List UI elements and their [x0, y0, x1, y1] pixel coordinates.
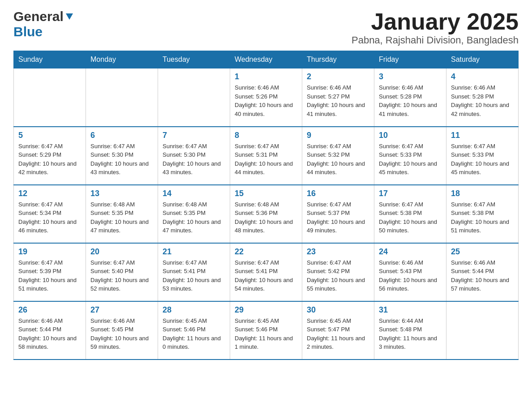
logo-triangle-icon — [64, 12, 74, 21]
weekday-header-tuesday: Tuesday — [158, 51, 230, 68]
calendar-cell: 9Sunrise: 6:47 AM Sunset: 5:32 PM Daylig… — [302, 127, 374, 185]
day-number: 19 — [18, 247, 81, 257]
weekday-header-row: SundayMondayTuesdayWednesdayThursdayFrid… — [14, 51, 519, 68]
day-number: 7 — [163, 131, 225, 140]
calendar-cell: 21Sunrise: 6:47 AM Sunset: 5:41 PM Dayli… — [158, 243, 230, 301]
day-info: Sunrise: 6:48 AM Sunset: 5:35 PM Dayligh… — [90, 200, 153, 235]
day-info: Sunrise: 6:47 AM Sunset: 5:33 PM Dayligh… — [451, 142, 514, 177]
day-number: 17 — [379, 189, 442, 198]
weekday-header-friday: Friday — [374, 51, 446, 68]
day-number: 2 — [307, 72, 369, 81]
day-number: 28 — [163, 305, 225, 315]
calendar-week-2: 5Sunrise: 6:47 AM Sunset: 5:29 PM Daylig… — [14, 127, 519, 185]
calendar-cell: 4Sunrise: 6:46 AM Sunset: 5:28 PM Daylig… — [446, 68, 519, 127]
calendar-cell: 13Sunrise: 6:48 AM Sunset: 5:35 PM Dayli… — [86, 185, 158, 243]
calendar-cell: 3Sunrise: 6:46 AM Sunset: 5:28 PM Daylig… — [374, 68, 446, 127]
calendar-week-4: 19Sunrise: 6:47 AM Sunset: 5:39 PM Dayli… — [14, 243, 519, 301]
calendar-cell: 11Sunrise: 6:47 AM Sunset: 5:33 PM Dayli… — [446, 127, 519, 185]
day-number: 6 — [90, 131, 153, 140]
day-number: 21 — [163, 247, 225, 257]
calendar-cell: 29Sunrise: 6:45 AM Sunset: 5:46 PM Dayli… — [230, 301, 302, 360]
calendar-week-5: 26Sunrise: 6:46 AM Sunset: 5:44 PM Dayli… — [14, 301, 519, 360]
calendar-body: 1Sunrise: 6:46 AM Sunset: 5:26 PM Daylig… — [14, 68, 519, 360]
calendar-cell: 1Sunrise: 6:46 AM Sunset: 5:26 PM Daylig… — [230, 68, 302, 127]
day-info: Sunrise: 6:45 AM Sunset: 5:47 PM Dayligh… — [307, 317, 369, 351]
day-number: 12 — [18, 189, 81, 198]
day-info: Sunrise: 6:47 AM Sunset: 5:38 PM Dayligh… — [379, 200, 442, 235]
day-number: 15 — [235, 189, 297, 198]
day-info: Sunrise: 6:46 AM Sunset: 5:28 PM Dayligh… — [379, 83, 442, 118]
calendar-cell: 23Sunrise: 6:47 AM Sunset: 5:42 PM Dayli… — [302, 243, 374, 301]
calendar-cell: 16Sunrise: 6:47 AM Sunset: 5:37 PM Dayli… — [302, 185, 374, 243]
day-info: Sunrise: 6:47 AM Sunset: 5:30 PM Dayligh… — [163, 142, 225, 177]
day-info: Sunrise: 6:47 AM Sunset: 5:34 PM Dayligh… — [18, 200, 81, 235]
day-info: Sunrise: 6:46 AM Sunset: 5:43 PM Dayligh… — [379, 258, 442, 293]
day-info: Sunrise: 6:46 AM Sunset: 5:45 PM Dayligh… — [90, 317, 153, 351]
weekday-header-sunday: Sunday — [14, 51, 86, 68]
calendar-week-3: 12Sunrise: 6:47 AM Sunset: 5:34 PM Dayli… — [14, 185, 519, 243]
logo: General Blue — [13, 9, 75, 39]
logo-general: General — [13, 9, 64, 24]
day-info: Sunrise: 6:47 AM Sunset: 5:30 PM Dayligh… — [90, 142, 153, 177]
calendar-cell: 30Sunrise: 6:45 AM Sunset: 5:47 PM Dayli… — [302, 301, 374, 360]
calendar-cell: 24Sunrise: 6:46 AM Sunset: 5:43 PM Dayli… — [374, 243, 446, 301]
calendar-cell: 8Sunrise: 6:47 AM Sunset: 5:31 PM Daylig… — [230, 127, 302, 185]
day-number: 1 — [235, 72, 297, 81]
day-info: Sunrise: 6:44 AM Sunset: 5:48 PM Dayligh… — [379, 317, 442, 351]
day-number: 25 — [451, 247, 514, 257]
day-number: 20 — [90, 247, 153, 257]
day-number: 24 — [379, 247, 442, 257]
day-number: 26 — [18, 305, 81, 315]
day-number: 4 — [451, 72, 514, 81]
calendar-cell: 20Sunrise: 6:47 AM Sunset: 5:40 PM Dayli… — [86, 243, 158, 301]
day-info: Sunrise: 6:47 AM Sunset: 5:40 PM Dayligh… — [90, 258, 153, 293]
day-info: Sunrise: 6:47 AM Sunset: 5:41 PM Dayligh… — [163, 258, 225, 293]
calendar-cell: 2Sunrise: 6:46 AM Sunset: 5:27 PM Daylig… — [302, 68, 374, 127]
calendar-cell: 12Sunrise: 6:47 AM Sunset: 5:34 PM Dayli… — [14, 185, 86, 243]
calendar-header: SundayMondayTuesdayWednesdayThursdayFrid… — [14, 51, 519, 68]
calendar-week-1: 1Sunrise: 6:46 AM Sunset: 5:26 PM Daylig… — [14, 68, 519, 127]
weekday-header-monday: Monday — [86, 51, 158, 68]
day-number: 18 — [451, 189, 514, 198]
day-info: Sunrise: 6:47 AM Sunset: 5:31 PM Dayligh… — [235, 142, 297, 177]
day-number: 8 — [235, 131, 297, 140]
calendar-cell: 22Sunrise: 6:47 AM Sunset: 5:41 PM Dayli… — [230, 243, 302, 301]
day-info: Sunrise: 6:48 AM Sunset: 5:35 PM Dayligh… — [163, 200, 225, 235]
svg-marker-0 — [66, 13, 73, 20]
day-info: Sunrise: 6:48 AM Sunset: 5:36 PM Dayligh… — [235, 200, 297, 235]
calendar-cell: 26Sunrise: 6:46 AM Sunset: 5:44 PM Dayli… — [14, 301, 86, 360]
day-info: Sunrise: 6:46 AM Sunset: 5:28 PM Dayligh… — [451, 83, 514, 118]
calendar-cell: 28Sunrise: 6:45 AM Sunset: 5:46 PM Dayli… — [158, 301, 230, 360]
day-number: 31 — [379, 305, 442, 315]
logo-blue: Blue — [13, 24, 43, 39]
title-block: January 2025 Pabna, Rajshahi Division, B… — [352, 9, 519, 46]
calendar-cell: 27Sunrise: 6:46 AM Sunset: 5:45 PM Dayli… — [86, 301, 158, 360]
day-number: 23 — [307, 247, 369, 257]
weekday-header-thursday: Thursday — [302, 51, 374, 68]
calendar-cell: 7Sunrise: 6:47 AM Sunset: 5:30 PM Daylig… — [158, 127, 230, 185]
calendar-cell — [158, 68, 230, 127]
day-number: 27 — [90, 305, 153, 315]
day-info: Sunrise: 6:46 AM Sunset: 5:26 PM Dayligh… — [235, 83, 297, 118]
day-number: 10 — [379, 131, 442, 140]
calendar-table: SundayMondayTuesdayWednesdayThursdayFrid… — [13, 51, 519, 360]
calendar-cell: 31Sunrise: 6:44 AM Sunset: 5:48 PM Dayli… — [374, 301, 446, 360]
day-number: 16 — [307, 189, 369, 198]
calendar-cell: 5Sunrise: 6:47 AM Sunset: 5:29 PM Daylig… — [14, 127, 86, 185]
day-info: Sunrise: 6:47 AM Sunset: 5:39 PM Dayligh… — [18, 258, 81, 293]
day-info: Sunrise: 6:46 AM Sunset: 5:27 PM Dayligh… — [307, 83, 369, 118]
day-info: Sunrise: 6:47 AM Sunset: 5:38 PM Dayligh… — [451, 200, 514, 235]
day-info: Sunrise: 6:47 AM Sunset: 5:29 PM Dayligh… — [18, 142, 81, 177]
day-number: 3 — [379, 72, 442, 81]
day-number: 22 — [235, 247, 297, 257]
day-number: 5 — [18, 131, 81, 140]
day-number: 13 — [90, 189, 153, 198]
page-header: General Blue January 2025 Pabna, Rajshah… — [13, 9, 519, 46]
day-number: 29 — [235, 305, 297, 315]
day-info: Sunrise: 6:47 AM Sunset: 5:32 PM Dayligh… — [307, 142, 369, 177]
page-subtitle: Pabna, Rajshahi Division, Bangladesh — [352, 34, 519, 46]
day-info: Sunrise: 6:46 AM Sunset: 5:44 PM Dayligh… — [451, 258, 514, 293]
day-info: Sunrise: 6:47 AM Sunset: 5:33 PM Dayligh… — [379, 142, 442, 177]
calendar-cell — [86, 68, 158, 127]
day-info: Sunrise: 6:47 AM Sunset: 5:42 PM Dayligh… — [307, 258, 369, 293]
